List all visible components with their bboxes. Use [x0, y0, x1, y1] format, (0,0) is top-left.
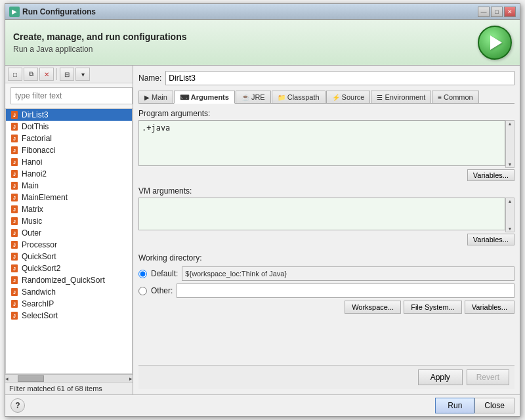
- default-radio[interactable]: [138, 270, 147, 278]
- vm-args-scrollbar[interactable]: ▲ ▼: [505, 198, 514, 232]
- vm-args-container: ▲ ▼: [138, 198, 514, 232]
- java-config-icon: J: [10, 252, 19, 261]
- tab-label: Main: [152, 93, 167, 101]
- tab-icon: ▶: [144, 94, 150, 101]
- tab-label: JRE: [251, 93, 265, 101]
- window-icon: ▶: [9, 7, 20, 17]
- copy-icon: ⧉: [29, 70, 33, 78]
- main-area: □ ⧉ ✕ ⊟ ▾ JDirList3JDotThis: [5, 66, 520, 394]
- footer-run-button[interactable]: Run: [435, 398, 474, 413]
- other-radio-row: Other:: [138, 284, 514, 298]
- default-dir-input: [182, 266, 514, 281]
- vm-args-section: VM arguments: ▲ ▼ Variables...: [138, 186, 514, 245]
- list-item[interactable]: JSearchIP: [6, 298, 132, 310]
- java-config-icon: J: [10, 169, 19, 178]
- list-item[interactable]: JDotThis: [6, 121, 132, 133]
- list-item[interactable]: JQuickSort2: [6, 262, 132, 274]
- list-item[interactable]: JRandomized_QuickSort: [6, 274, 132, 286]
- revert-button[interactable]: Revert: [467, 369, 509, 385]
- workspace-button[interactable]: Workspace...: [345, 301, 401, 314]
- copy-config-button[interactable]: ⧉: [24, 68, 38, 81]
- scroll-down-icon2[interactable]: ▼: [507, 226, 513, 232]
- list-item[interactable]: JMusic: [6, 215, 132, 227]
- list-item[interactable]: JDirList3: [6, 109, 132, 121]
- java-config-icon: J: [10, 264, 19, 273]
- tab-source[interactable]: ⚡Source: [326, 91, 371, 103]
- list-item[interactable]: JOuter: [6, 227, 132, 239]
- tab-environment[interactable]: ☰Environment: [371, 91, 431, 103]
- header-subtitle: Run a Java application: [13, 45, 478, 54]
- scroll-up-icon[interactable]: ▲: [507, 121, 513, 127]
- vm-args-textarea[interactable]: [138, 198, 505, 230]
- tabs-bar: ▶Main⌨Arguments☕JRE📁Classpath⚡Source☰Env…: [138, 91, 514, 104]
- list-item[interactable]: JProcessor: [6, 239, 132, 251]
- list-item[interactable]: JFibonacci: [6, 144, 132, 156]
- program-args-scrollbar[interactable]: ▲ ▼: [505, 120, 514, 168]
- tab-main[interactable]: ▶Main: [138, 91, 173, 103]
- list-item[interactable]: JHanoi2: [6, 168, 132, 180]
- scroll-up-icon2[interactable]: ▲: [507, 198, 513, 204]
- dir-variables-button[interactable]: Variables...: [465, 301, 514, 314]
- java-config-icon: J: [10, 134, 19, 143]
- vm-args-variables-button[interactable]: Variables...: [467, 234, 514, 245]
- program-args-section: Program arguments: ▲ ▼ Variables...: [138, 109, 514, 181]
- list-item[interactable]: JSelectSort: [6, 310, 132, 322]
- delete-icon: ✕: [44, 71, 49, 78]
- tab-common[interactable]: ≡Common: [432, 91, 478, 103]
- toolbar: □ ⧉ ✕ ⊟ ▾: [5, 66, 133, 83]
- minimize-button[interactable]: —: [478, 7, 490, 17]
- footer-close-button[interactable]: Close: [474, 398, 514, 413]
- list-item[interactable]: JQuickSort: [6, 251, 132, 262]
- run-button[interactable]: [478, 26, 512, 60]
- program-args-textarea[interactable]: [138, 120, 505, 166]
- list-item[interactable]: JHanoi: [6, 156, 132, 168]
- toolbar-separator: [56, 68, 57, 80]
- scroll-left-icon[interactable]: ◂: [5, 375, 9, 382]
- tab-jre[interactable]: ☕JRE: [236, 91, 271, 103]
- tab-classpath[interactable]: 📁Classpath: [272, 91, 326, 103]
- tab-icon: ☰: [377, 94, 383, 101]
- name-input[interactable]: [165, 71, 514, 85]
- dropdown-button[interactable]: ▾: [75, 68, 90, 81]
- list-item[interactable]: JSandwich: [6, 286, 132, 298]
- collapse-button[interactable]: ⊟: [60, 68, 74, 81]
- program-args-label: Program arguments:: [138, 109, 514, 118]
- scroll-thumb-horizontal[interactable]: [18, 375, 44, 382]
- java-config-icon: J: [10, 217, 19, 226]
- maximize-button[interactable]: □: [491, 7, 503, 17]
- list-item[interactable]: JMatrix: [6, 203, 132, 215]
- working-dir-section: Working directory: Default: Other: Works…: [138, 253, 514, 314]
- working-dir-label: Working directory:: [138, 253, 514, 262]
- list-item[interactable]: JMain: [6, 180, 132, 192]
- scroll-down-icon[interactable]: ▼: [507, 161, 513, 167]
- other-radio-label: Other:: [151, 286, 173, 295]
- list-item[interactable]: JMainElement: [6, 192, 132, 203]
- delete-config-button[interactable]: ✕: [39, 68, 54, 81]
- new-config-button[interactable]: □: [8, 68, 22, 81]
- dropdown-icon: ▾: [81, 71, 85, 78]
- other-dir-input[interactable]: [177, 284, 514, 298]
- header-title: Create, manage, and run configurations: [13, 32, 478, 42]
- horizontal-scrollbar[interactable]: ◂ ▸: [5, 374, 133, 382]
- java-config-icon: J: [10, 311, 19, 320]
- tab-label: Environment: [385, 93, 425, 101]
- apply-button[interactable]: Apply: [418, 369, 463, 385]
- other-radio[interactable]: [138, 287, 147, 295]
- scroll-right-icon[interactable]: ▸: [129, 375, 133, 382]
- list-item[interactable]: JFactorial: [6, 133, 132, 144]
- program-args-variables-button[interactable]: Variables...: [467, 169, 514, 181]
- program-args-container: ▲ ▼: [138, 120, 514, 168]
- tab-label: Classpath: [287, 93, 320, 101]
- left-panel: □ ⧉ ✕ ⊟ ▾ JDirList3JDotThis: [5, 66, 133, 394]
- right-panel: Name: ▶Main⌨Arguments☕JRE📁Classpath⚡Sour…: [133, 66, 520, 394]
- filter-container: [5, 83, 133, 108]
- close-button[interactable]: ✕: [504, 7, 516, 17]
- filesystem-button[interactable]: File System...: [404, 301, 462, 314]
- title-bar-controls: — □ ✕: [478, 7, 516, 17]
- filter-input[interactable]: [10, 87, 133, 104]
- title-bar: ▶ Run Configurations — □ ✕: [5, 4, 520, 20]
- help-button[interactable]: ?: [10, 398, 25, 413]
- content-area: Program arguments: ▲ ▼ Variables... VM: [138, 109, 514, 365]
- config-list[interactable]: JDirList3JDotThisJFactorialJFibonacciJHa…: [5, 108, 133, 374]
- tab-arguments[interactable]: ⌨Arguments: [174, 91, 235, 104]
